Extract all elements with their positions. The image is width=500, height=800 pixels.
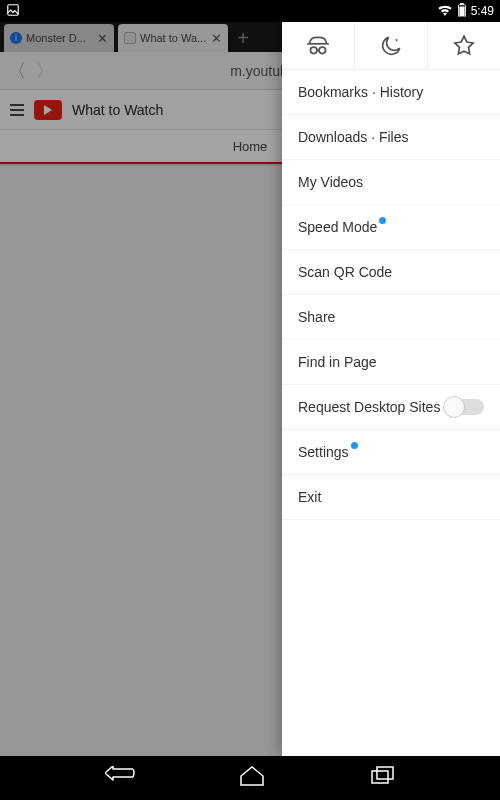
menu-bookmarks-history[interactable]: Bookmarks · History [282, 70, 500, 115]
menu-settings[interactable]: Settings [282, 430, 500, 475]
menu-speed-mode[interactable]: Speed Mode [282, 205, 500, 250]
back-button[interactable] [105, 766, 135, 790]
home-button[interactable] [239, 766, 265, 790]
incognito-button[interactable] [282, 22, 355, 69]
menu-my-videos[interactable]: My Videos [282, 160, 500, 205]
moon-icon [378, 33, 404, 59]
menu-scan-qr[interactable]: Scan QR Code [282, 250, 500, 295]
svg-rect-0 [8, 4, 19, 15]
status-time: 5:49 [471, 4, 494, 18]
menu-exit[interactable]: Exit [282, 475, 500, 520]
night-mode-button[interactable] [355, 22, 428, 69]
svg-rect-7 [377, 767, 393, 779]
battery-icon [457, 3, 467, 20]
menu-desktop-sites[interactable]: Request Desktop Sites [282, 385, 500, 430]
bookmark-star-button[interactable] [428, 22, 500, 69]
star-icon [451, 33, 477, 59]
svg-point-4 [310, 47, 317, 54]
svg-rect-6 [372, 771, 388, 783]
menu-list: Bookmarks · History Downloads · Files My… [282, 70, 500, 756]
wifi-icon [437, 4, 453, 19]
svg-rect-3 [459, 6, 464, 16]
desktop-sites-toggle[interactable] [444, 399, 484, 415]
menu-downloads-files[interactable]: Downloads · Files [282, 115, 500, 160]
incognito-icon [305, 33, 331, 59]
picture-icon [6, 3, 20, 20]
svg-point-5 [319, 47, 326, 54]
system-nav-bar [0, 756, 500, 800]
svg-rect-2 [460, 3, 464, 5]
menu-share[interactable]: Share [282, 295, 500, 340]
status-bar: 5:49 [0, 0, 500, 22]
menu-find-in-page[interactable]: Find in Page [282, 340, 500, 385]
recents-button[interactable] [370, 766, 396, 790]
main-menu-panel: Bookmarks · History Downloads · Files My… [282, 22, 500, 756]
notification-dot-icon [379, 217, 386, 224]
notification-dot-icon [351, 442, 358, 449]
